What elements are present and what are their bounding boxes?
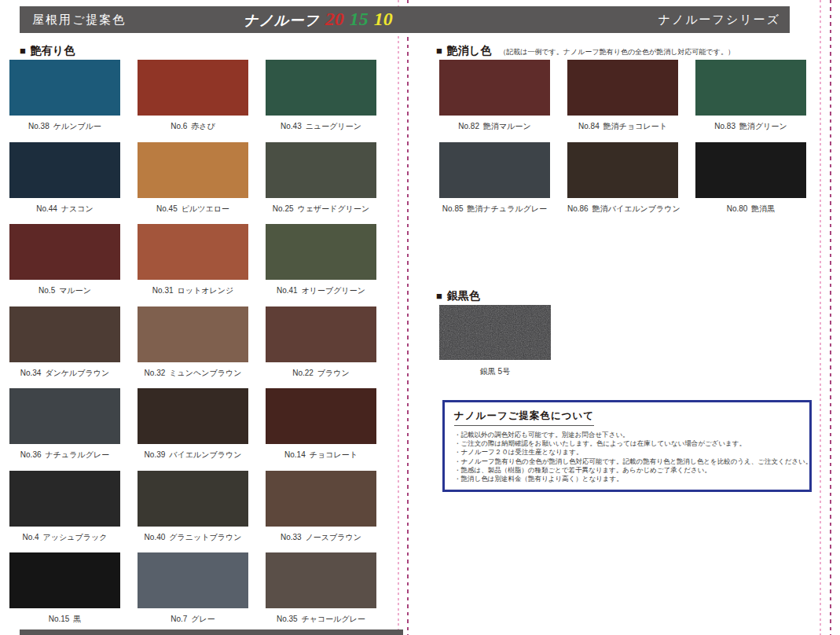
color-swatch — [695, 142, 806, 198]
brand-name: ナノルーフ — [244, 11, 320, 30]
color-swatch — [567, 60, 678, 116]
color-swatch — [138, 306, 248, 362]
info-note-line: ・ナノルーフ２０は受注生産となります。 — [454, 448, 800, 457]
color-swatch — [138, 552, 248, 608]
matte-swatch-grid: No.82 艶消マルーンNo.84 艶消チョコレートNo.83 艶消グリーンNo… — [439, 60, 806, 224]
info-box-title: ナノルーフご提案色について — [454, 409, 594, 426]
color-swatch — [266, 306, 376, 362]
color-swatch — [266, 224, 376, 280]
swatch-cell: No.31 ロットオレンジ — [138, 224, 248, 306]
square-marker-icon: ■ — [436, 46, 442, 56]
matte-section-header: ■ 艶消し色 （記載は一例です。ナノルーフ艶有り色の全色が艶消し対応可能です。） — [436, 44, 735, 58]
crop-mark-line-center-pink — [398, 0, 399, 635]
swatch-label: No.36 ナチュラルグレー — [9, 450, 120, 461]
silver-black-swatch — [439, 305, 551, 360]
swatch-cell: No.86 艶消バイエルンブラウン — [567, 142, 678, 225]
color-swatch — [138, 60, 248, 116]
swatch-cell: No.5 マルーン — [9, 224, 120, 306]
color-swatch — [138, 142, 248, 198]
info-note-line: ・艶感は、製品（樹脂）の種類ごとで若干異なります。あらかじめご了承ください。 — [454, 466, 800, 475]
header-bar: 屋根用ご提案色 ナノルーフ 20 15 10 ナノルーフシリーズ — [20, 6, 790, 33]
swatch-cell: No.25 ウェザードグリーン — [266, 142, 376, 225]
brand-logo: ナノルーフ 20 15 10 — [244, 9, 393, 30]
swatch-label: No.33 ノースブラウン — [266, 532, 376, 543]
next-sheet-header-sliver — [20, 629, 403, 635]
color-swatch — [567, 142, 678, 198]
color-swatch — [266, 552, 376, 608]
swatch-label: No.39 バイエルンブラウン — [138, 450, 248, 461]
swatch-cell: No.14 チョコレート — [266, 388, 376, 471]
swatch-cell: No.84 艶消チョコレート — [567, 60, 678, 142]
info-note-line: ・ナノルーフ艶有り色の全色が艶消し色対応可能です。記載の艶有り色と艶消し色とを比… — [454, 457, 800, 466]
swatch-cell: No.45 ピルツエロー — [138, 142, 248, 225]
info-box-notes: ・記載以外の調色対応も可能です。別途お問合せ下さい。・ご注文の際は納期確認をお願… — [454, 431, 800, 483]
color-swatch — [9, 224, 120, 280]
swatch-cell: No.7 グレー — [138, 552, 248, 635]
series-label: ナノルーフシリーズ — [658, 13, 780, 28]
swatch-label: No.85 艶消ナチュラルグレー — [439, 204, 550, 215]
swatch-label: No.40 グラニットブラウン — [138, 532, 248, 543]
swatch-label: No.32 ミュンヘンブラウン — [138, 368, 248, 379]
color-swatch — [695, 60, 806, 116]
info-box: ナノルーフご提案色について ・記載以外の調色対応も可能です。別途お問合せ下さい。… — [442, 400, 812, 492]
swatch-label: No.84 艶消チョコレート — [567, 121, 678, 132]
swatch-cell: No.41 オリーブグリーン — [266, 224, 376, 306]
swatch-cell: No.4 アッシュブラック — [9, 471, 120, 553]
color-swatch — [266, 60, 376, 116]
color-swatch — [9, 388, 120, 444]
swatch-label: No.45 ピルツエロー — [138, 204, 248, 215]
color-swatch — [9, 60, 120, 116]
swatch-label: No.14 チョコレート — [266, 450, 376, 461]
swatch-label: No.43 ニューグリーン — [266, 121, 376, 132]
swatch-label: No.31 ロットオレンジ — [138, 285, 248, 296]
silver-section-title: 銀黒色 — [447, 289, 480, 303]
swatch-label: No.83 艶消グリーン — [695, 121, 806, 132]
swatch-cell: No.85 艶消ナチュラルグレー — [439, 142, 550, 225]
matte-section-title: 艶消し色 — [447, 44, 491, 58]
swatch-label: No.34 ダンケルブラウン — [9, 368, 120, 379]
brand-grade-15: 15 — [350, 9, 369, 28]
brand-grade-10: 10 — [374, 9, 393, 28]
crop-mark-line-center-magenta — [407, 0, 409, 635]
crop-mark-line-right-magenta — [830, 0, 831, 635]
swatch-cell: No.33 ノースブラウン — [266, 471, 376, 553]
swatch-cell: No.35 チャコールグレー — [266, 552, 376, 635]
silver-section-header: ■ 銀黒色 — [436, 289, 480, 303]
color-swatch — [9, 142, 120, 198]
swatch-cell: No.6 赤さび — [138, 60, 248, 142]
glossy-swatch-grid: No.38 ケルンブルーNo.6 赤さびNo.43 ニューグリーンNo.44 ナ… — [9, 60, 376, 635]
swatch-cell: No.39 バイエルンブラウン — [138, 388, 248, 471]
color-swatch — [138, 388, 248, 444]
swatch-cell: No.44 ナスコン — [9, 142, 120, 225]
swatch-label: No.44 ナスコン — [9, 204, 120, 215]
swatch-cell: No.36 ナチュラルグレー — [9, 388, 120, 471]
swatch-label: No.41 オリーブグリーン — [266, 285, 376, 296]
swatch-label: No.7 グレー — [138, 614, 248, 625]
info-note-line: ・記載以外の調色対応も可能です。別途お問合せ下さい。 — [454, 431, 800, 439]
swatch-label: No.5 マルーン — [9, 285, 120, 296]
square-marker-icon: ■ — [20, 46, 26, 56]
swatch-label: No.82 艶消マルーン — [439, 121, 550, 132]
color-swatch — [266, 142, 376, 198]
swatch-cell: No.82 艶消マルーン — [439, 60, 550, 142]
swatch-cell: No.83 艶消グリーン — [695, 60, 806, 142]
swatch-cell: No.32 ミュンヘンブラウン — [138, 306, 248, 389]
color-swatch — [439, 142, 550, 198]
swatch-cell: No.43 ニューグリーン — [266, 60, 376, 142]
swatch-label: No.25 ウェザードグリーン — [266, 204, 376, 215]
matte-section-note: （記載は一例です。ナノルーフ艶有り色の全色が艶消し対応可能です。） — [499, 47, 735, 57]
color-swatch — [439, 60, 550, 116]
swatch-cell: No.34 ダンケルブラウン — [9, 306, 120, 389]
swatch-label: No.4 アッシュブラック — [9, 532, 120, 543]
color-proposal-sheet: 屋根用ご提案色 ナノルーフ 20 15 10 ナノルーフシリーズ ■ 艶有り色 … — [0, 0, 840, 635]
glossy-section-header: ■ 艶有り色 — [20, 44, 75, 58]
swatch-label: No.80 艶消黒 — [695, 204, 806, 215]
swatch-label: No.15 黒 — [9, 614, 120, 625]
color-swatch — [9, 471, 120, 527]
color-swatch — [266, 388, 376, 444]
color-swatch — [138, 471, 248, 527]
brand-grade-20: 20 — [325, 9, 344, 28]
swatch-label: No.35 チャコールグレー — [266, 614, 376, 625]
crop-mark-line-right-pink — [820, 0, 821, 635]
silver-swatch-label: 銀黒 5号 — [439, 366, 551, 377]
